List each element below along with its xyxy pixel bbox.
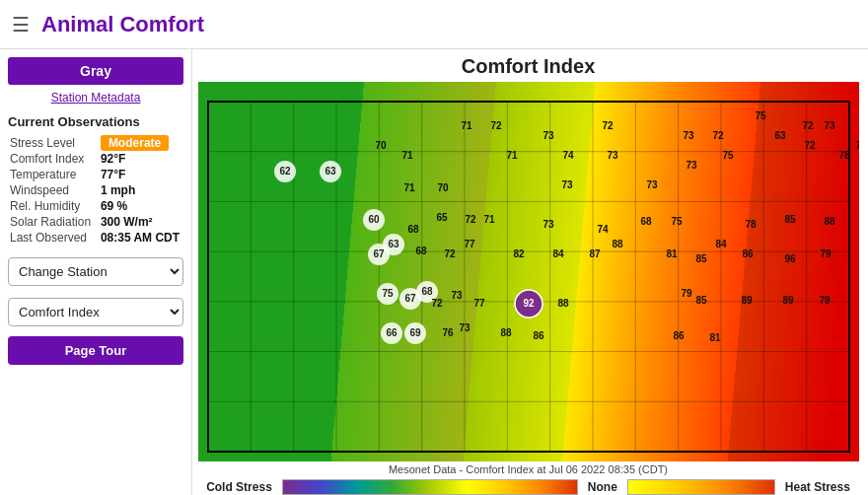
cold-stress-label: Cold Stress — [206, 480, 272, 494]
obs-label: Stress Level — [8, 135, 95, 151]
sidebar: Gray Station Metadata Current Observatio… — [0, 49, 192, 495]
obs-label: Rel. Humidity — [8, 198, 95, 214]
comfort-index-select[interactable]: Comfort Index — [8, 298, 183, 326]
obs-value: 1 mph — [95, 182, 183, 198]
heat-stress-label: Heat Stress — [785, 480, 850, 494]
main-layout: Gray Station Metadata Current Observatio… — [0, 49, 868, 495]
change-station-dropdown-row: Change Station — [8, 257, 183, 286]
none-label: None — [588, 480, 617, 494]
obs-value: Moderate — [95, 135, 183, 151]
change-station-select[interactable]: Change Station — [8, 257, 183, 286]
legend-bar — [282, 479, 578, 495]
station-name: Gray — [8, 57, 183, 85]
app-header: ☰ Animal Comfort — [0, 0, 868, 49]
obs-label: Temperature — [8, 167, 95, 182]
map-caption: Mesonet Data - Comfort Index at Jul 06 2… — [389, 463, 668, 475]
page-tour-button[interactable]: Page Tour — [8, 336, 183, 365]
legend-bar-heat — [627, 479, 775, 495]
map-title: Comfort Index — [462, 55, 596, 78]
obs-label: Windspeed — [8, 182, 95, 198]
map-container — [198, 82, 859, 461]
obs-value: 08:35 AM CDT — [95, 230, 183, 246]
observations-table: Stress LevelModerateComfort Index92°FTem… — [8, 135, 183, 246]
obs-value: 69 % — [95, 198, 183, 214]
map-canvas[interactable] — [198, 82, 859, 461]
app-title: Animal Comfort — [41, 12, 204, 37]
obs-label: Last Observed — [8, 230, 95, 246]
legend-row: Cold Stress None Heat Stress — [206, 479, 850, 495]
observations-title: Current Observations — [8, 114, 183, 129]
map-area: Comfort Index Mesonet Data - Comfort Ind… — [192, 49, 868, 495]
obs-value: 92°F — [95, 151, 183, 167]
obs-value: 300 W/m² — [95, 214, 183, 230]
obs-value: 77°F — [95, 167, 183, 182]
obs-label: Comfort Index — [8, 151, 95, 167]
stress-badge: Moderate — [101, 135, 169, 151]
hamburger-icon[interactable]: ☰ — [12, 13, 30, 36]
comfort-index-dropdown-row: Comfort Index — [8, 298, 183, 326]
obs-label: Solar Radiation — [8, 214, 95, 230]
station-metadata-link[interactable]: Station Metadata — [8, 91, 183, 105]
